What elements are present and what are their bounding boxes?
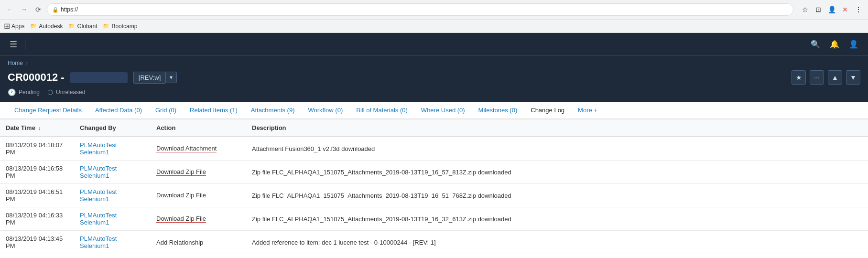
- page-id-blurred: [70, 72, 128, 83]
- apps-bookmark[interactable]: ⊞ Apps: [4, 22, 24, 31]
- changed-by-link[interactable]: PLMAutoTest Selenium1: [80, 212, 117, 226]
- profile-button[interactable]: 👤: [826, 4, 837, 15]
- change-log-table: Date Time ↓ Changed By Action Descriptio…: [0, 119, 868, 258]
- page-title-left: CR000012 - [REV:w] ▾: [8, 71, 177, 84]
- tab-workflow-0-[interactable]: Workflow (0): [302, 102, 350, 119]
- tabs-bar: Change Request DetailsAffected Data (0)G…: [0, 102, 868, 119]
- address-text: https://: [61, 6, 788, 13]
- cell-action: Download Zip File: [151, 161, 246, 184]
- menu-button[interactable]: ⋮: [853, 4, 864, 15]
- app-header: ☰ 🔍 🔔 👤 Home › CR000012 - [REV:w] ▾: [0, 33, 868, 102]
- cell-changedby: PLMAutoTest Selenium1: [74, 184, 151, 207]
- browser-actions: ☆ ⊡ 👤 ✕ ⋮: [799, 4, 864, 15]
- cell-changedby: PLMAutoTest Selenium1: [74, 207, 151, 231]
- col-header-action: Action: [151, 119, 246, 137]
- unreleased-badge: ⬡ Unreleased: [47, 88, 85, 96]
- table-row: 08/13/2019 04:13:45 PMPLMAutoTest Seleni…: [0, 231, 868, 254]
- back-button[interactable]: ←: [4, 4, 15, 15]
- rev-button[interactable]: [REV:w]: [133, 72, 165, 84]
- changed-by-link[interactable]: PLMAutoTest Selenium1: [80, 188, 117, 203]
- reload-button[interactable]: ⟳: [33, 4, 44, 15]
- table-container: Date Time ↓ Changed By Action Descriptio…: [0, 119, 868, 258]
- expand-button[interactable]: ▼: [846, 70, 860, 85]
- star-button[interactable]: ☆: [799, 4, 811, 15]
- clock-icon: 🕐: [8, 88, 16, 96]
- cell-action: Download Attachment: [151, 137, 246, 161]
- rev-badge: [REV:w] ▾: [133, 72, 177, 84]
- status-unreleased-label: Unreleased: [56, 89, 85, 96]
- tab-affected-data-0-[interactable]: Affected Data (0): [88, 102, 149, 119]
- tab-more-[interactable]: More +: [571, 102, 604, 119]
- cell-description: Added reference to item: dec 1 lucene te…: [246, 231, 868, 254]
- more-options-button[interactable]: ···: [810, 70, 824, 85]
- sort-icon-datetime: ↓: [38, 125, 41, 131]
- table-row: 08/13/2019 04:16:58 PMPLMAutoTest Seleni…: [0, 161, 868, 184]
- status-pending-label: Pending: [19, 89, 40, 96]
- col-header-description: Description: [246, 119, 868, 137]
- table-row: 08/13/2019 04:16:33 PMPLMAutoTest Seleni…: [0, 207, 868, 231]
- tab-milestones-0-[interactable]: Milestones (0): [472, 102, 524, 119]
- favorite-button[interactable]: ★: [792, 70, 806, 85]
- cell-description: Attachment Fusion360_1 v2.f3d downloaded: [246, 137, 868, 161]
- col-header-datetime: Date Time ↓: [0, 119, 74, 137]
- address-bar[interactable]: 🔒 https://: [47, 3, 793, 16]
- cube-icon: ⬡: [47, 88, 53, 96]
- hamburger-button[interactable]: ☰: [8, 37, 19, 52]
- table-row: 08/13/2019 04:13:21 PMPLMAutoTest Seleni…: [0, 254, 868, 258]
- page-id: CR000012 -: [8, 71, 65, 83]
- cell-datetime: 08/13/2019 04:16:51 PM: [0, 184, 74, 207]
- forward-button[interactable]: →: [18, 4, 30, 15]
- page-title-right: ★ ··· ▲ ▼: [792, 70, 860, 85]
- tab-change-log[interactable]: Change Log: [524, 102, 571, 119]
- bookmark-bootcamp[interactable]: 📁 Bootcamp: [103, 23, 137, 30]
- changed-by-link[interactable]: PLMAutoTest Selenium1: [80, 165, 117, 179]
- close-error-button[interactable]: ✕: [839, 4, 851, 15]
- browser-toolbar: ← → ⟳ 🔒 https:// ☆ ⊡ 👤 ✕ ⋮: [0, 0, 868, 19]
- action-underlined: Download Zip File: [156, 168, 206, 176]
- lock-icon: 🔒: [52, 7, 59, 13]
- page-title-area: CR000012 - [REV:w] ▾ ★ ··· ▲ ▼: [0, 68, 868, 88]
- action-underlined: Download Attachment: [156, 145, 217, 152]
- tab-grid-0-[interactable]: Grid (0): [149, 102, 183, 119]
- cell-description: Attachment Fusion 360 Client Downloader …: [246, 254, 868, 258]
- header-left: ☰: [8, 37, 25, 52]
- cell-datetime: 08/13/2019 04:18:07 PM: [0, 137, 74, 161]
- breadcrumb-home[interactable]: Home: [8, 60, 23, 66]
- tab-attachments-9-[interactable]: Attachments (9): [244, 102, 302, 119]
- bookmark-globant[interactable]: 📁 Globant: [68, 23, 97, 30]
- tab-where-used-0-[interactable]: Where Used (0): [414, 102, 472, 119]
- bookmark-label: Bootcamp: [111, 23, 137, 30]
- cell-description: Zip file FLC_ALPHAQA1_151075_Attachments…: [246, 207, 868, 231]
- changed-by-link[interactable]: PLMAutoTest Selenium1: [80, 141, 117, 156]
- cell-changedby: PLMAutoTest Selenium1: [74, 254, 151, 258]
- notifications-button[interactable]: 🔔: [828, 38, 841, 51]
- apps-label: Apps: [11, 23, 24, 30]
- bookmark-autodesk[interactable]: 📁 Autodesk: [30, 23, 63, 30]
- apps-icon: ⊞: [4, 22, 10, 31]
- cell-action: Add Relationship: [151, 231, 246, 254]
- tab-change-request-details[interactable]: Change Request Details: [8, 102, 88, 119]
- tab-bill-of-materials-0-[interactable]: Bill of Materials (0): [349, 102, 414, 119]
- cell-datetime: 08/13/2019 04:16:33 PM: [0, 207, 74, 231]
- bookmark-label: Autodesk: [39, 23, 63, 30]
- rev-dropdown-button[interactable]: ▾: [165, 72, 177, 83]
- action-underlined: Download Zip File: [156, 192, 206, 199]
- changed-by-link[interactable]: PLMAutoTest Selenium1: [80, 235, 117, 249]
- user-button[interactable]: 👤: [847, 38, 860, 51]
- action-underlined: Download Zip File: [156, 215, 206, 223]
- page-title: CR000012 -: [8, 71, 128, 84]
- cell-action: Download Zip File: [151, 184, 246, 207]
- folder-icon: 📁: [68, 23, 75, 29]
- search-button[interactable]: 🔍: [809, 38, 822, 51]
- breadcrumb: Home ›: [0, 56, 868, 68]
- table-row: 08/13/2019 04:18:07 PMPLMAutoTest Seleni…: [0, 137, 868, 161]
- tab-related-items-1-[interactable]: Related Items (1): [183, 102, 244, 119]
- collapse-button[interactable]: ▲: [828, 70, 842, 85]
- bookmark-label: Globant: [77, 23, 97, 30]
- cell-action: Add Attachment: [151, 254, 246, 258]
- extensions-button[interactable]: ⊡: [813, 4, 824, 15]
- folder-icon: 📁: [30, 23, 37, 29]
- header-top: ☰ 🔍 🔔 👤: [0, 33, 868, 56]
- header-right: 🔍 🔔 👤: [809, 38, 860, 51]
- table-row: 08/13/2019 04:16:51 PMPLMAutoTest Seleni…: [0, 184, 868, 207]
